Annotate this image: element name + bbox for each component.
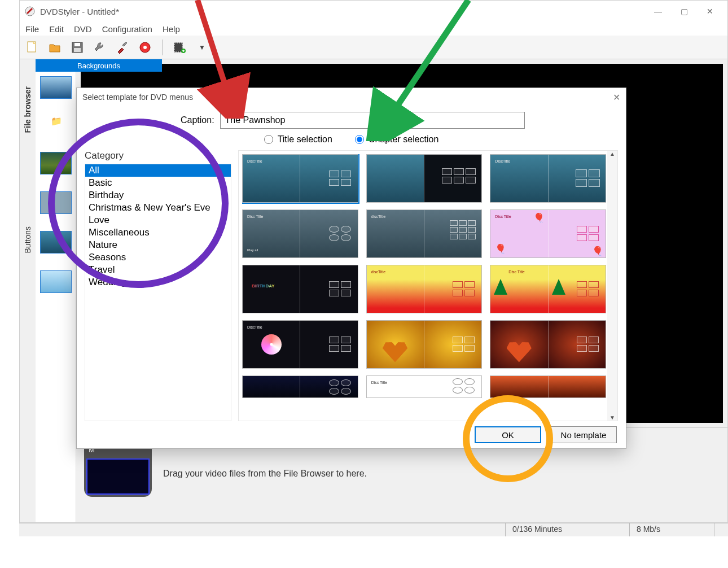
radio-title-label: Title selection — [278, 134, 332, 145]
radio-title-selection[interactable]: Title selection — [264, 134, 332, 145]
tools-icon[interactable] — [115, 40, 130, 55]
category-item[interactable]: Travel — [85, 264, 231, 276]
category-item[interactable]: Basic — [85, 177, 231, 189]
menu-help[interactable]: Help — [163, 24, 180, 34]
svg-rect-4 — [74, 43, 80, 46]
radio-chapter-label: Chapter selection — [369, 134, 439, 145]
mode-row: Title selection Chapter selection — [85, 134, 618, 145]
minimize-button[interactable]: — — [645, 2, 671, 20]
radio-chapter-input[interactable] — [355, 135, 364, 144]
titlebar: DVDStyler - Untitled* — ▢ ✕ — [20, 1, 727, 22]
dropdown-icon[interactable]: ▼ — [194, 40, 210, 55]
category-item[interactable]: Nature — [85, 239, 231, 251]
dialog-titlebar: Select template for DVD menus ✕ — [77, 88, 626, 106]
side-tab-backgrounds[interactable] — [27, 143, 29, 216]
status-bitrate: 8 Mb/s — [629, 523, 714, 536]
templates-panel: DiscTitle DiscTitle Disc TitlePlay all d… — [238, 150, 618, 421]
bg-thumb[interactable] — [40, 231, 72, 254]
menu-file[interactable]: File — [25, 24, 39, 34]
svg-rect-8 — [174, 43, 182, 52]
menubar: File Edit DVD Configuration Help — [20, 22, 727, 36]
toolbar-separator — [162, 40, 163, 55]
menu-dvd[interactable]: DVD — [74, 24, 92, 34]
caption-label: Caption: — [181, 115, 214, 125]
category-panel: Category All Basic Birthday Christmas & … — [85, 150, 231, 421]
menu-card-body — [86, 458, 150, 495]
side-tabs: File browser Buttons — [20, 59, 36, 522]
caption-input[interactable] — [220, 112, 525, 129]
dialog-title: Select template for DVD menus — [82, 93, 193, 102]
radio-chapter-selection[interactable]: Chapter selection — [355, 134, 439, 145]
category-item[interactable]: Love — [85, 214, 231, 226]
template-thumb[interactable]: Disc Title — [490, 265, 606, 313]
template-thumb[interactable] — [366, 320, 483, 369]
category-item[interactable]: Miscellaneous — [85, 226, 231, 239]
template-thumb[interactable]: DiscTitle — [242, 154, 358, 203]
templates-grid: DiscTitle DiscTitle Disc TitlePlay all d… — [242, 154, 606, 421]
side-tab-file-browser[interactable]: File browser — [22, 76, 33, 143]
category-item[interactable]: Birthday — [85, 189, 231, 202]
category-item[interactable]: Seasons — [85, 251, 231, 264]
template-thumb[interactable]: discTitle — [366, 209, 483, 258]
new-file-icon[interactable] — [24, 40, 40, 55]
radio-title-input[interactable] — [264, 135, 273, 144]
dialog-close-icon[interactable]: ✕ — [613, 92, 620, 103]
template-thumb[interactable]: Disc Title🎈🎈🎈 — [490, 209, 606, 258]
backgrounds-header: Backgrounds — [36, 59, 162, 72]
template-thumb[interactable] — [242, 375, 358, 398]
bg-thumb[interactable] — [40, 270, 72, 293]
bg-thumb[interactable] — [40, 76, 72, 99]
category-item[interactable]: Wedding — [85, 276, 231, 289]
status-minutes: 0/136 Minutes — [505, 523, 629, 536]
category-item[interactable]: Christmas & New Year's Eve — [85, 202, 231, 214]
wrench-icon[interactable] — [92, 40, 108, 55]
template-thumb[interactable]: DiscTitle — [490, 154, 606, 203]
template-thumb[interactable]: DiscTitle — [242, 320, 358, 369]
backgrounds-lane: Backgrounds 📁 — [36, 59, 76, 522]
template-thumb[interactable] — [490, 375, 606, 398]
template-thumb[interactable]: discTitle — [366, 265, 483, 313]
add-film-icon[interactable] — [172, 40, 187, 55]
folder-icon[interactable]: 📁 — [51, 116, 61, 125]
menu-configuration[interactable]: Configuration — [102, 24, 152, 34]
window-buttons: — ▢ ✕ — [645, 2, 723, 20]
template-thumb[interactable]: Disc TitlePlay all — [242, 209, 358, 258]
template-thumb[interactable] — [366, 154, 483, 203]
bg-thumb[interactable] — [40, 152, 72, 174]
no-template-button[interactable]: No template — [550, 426, 617, 443]
menu-edit[interactable]: Edit — [49, 24, 64, 34]
side-tab-buttons[interactable]: Buttons — [22, 216, 33, 263]
category-header: Category — [85, 150, 231, 164]
templates-scrollbar[interactable]: ▲▼ — [607, 151, 617, 421]
close-button[interactable]: ✕ — [697, 2, 723, 20]
toolbar: ▼ — [20, 36, 727, 59]
category-item[interactable]: All — [85, 164, 231, 177]
open-folder-icon[interactable] — [47, 40, 63, 55]
template-thumb[interactable]: BIRTHDAY — [242, 265, 358, 313]
drag-hint: Drag your video files from the File Brow… — [163, 469, 367, 479]
burn-disc-icon[interactable] — [137, 40, 153, 55]
caption-row: Caption: — [181, 112, 618, 129]
bg-thumb[interactable] — [40, 191, 72, 214]
dialog-footer: OK No template — [77, 421, 626, 448]
category-list[interactable]: All Basic Birthday Christmas & New Year'… — [85, 164, 231, 421]
status-grip — [714, 523, 728, 536]
maximize-button[interactable]: ▢ — [671, 2, 697, 20]
window-title: DVDStyler - Untitled* — [40, 7, 645, 16]
template-dialog: Select template for DVD menus ✕ Caption:… — [76, 88, 626, 449]
save-icon[interactable] — [69, 40, 85, 55]
template-thumb[interactable] — [490, 320, 606, 369]
ok-button[interactable]: OK — [475, 426, 541, 443]
svg-rect-5 — [74, 48, 81, 52]
status-bar: 0/136 Minutes 8 Mb/s — [19, 523, 728, 536]
svg-point-7 — [143, 46, 147, 49]
app-icon — [24, 6, 36, 17]
template-thumb[interactable]: Disc Title — [366, 375, 483, 398]
